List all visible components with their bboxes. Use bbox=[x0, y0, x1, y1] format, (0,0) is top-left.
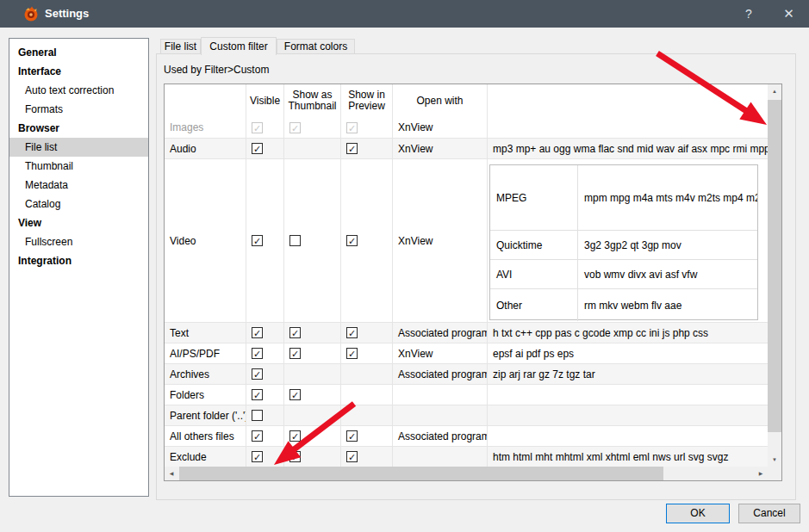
sidebar-item-interface[interactable]: Interface bbox=[9, 62, 148, 81]
cell-thumbnail bbox=[284, 364, 341, 384]
table-row-text: Text✓✓✓Associated programh txt c++ cpp p… bbox=[165, 322, 768, 343]
visible-checkbox-exclude[interactable]: ✓ bbox=[252, 451, 263, 462]
cell-thumbnail: ✓ bbox=[284, 343, 341, 363]
visible-checkbox-audio[interactable]: ✓ bbox=[252, 143, 263, 154]
preview-checkbox-text[interactable]: ✓ bbox=[346, 327, 358, 338]
visible-checkbox-video[interactable]: ✓ bbox=[252, 235, 263, 246]
scroll-up-icon[interactable]: ▲ bbox=[768, 84, 781, 98]
cell-extensions bbox=[488, 426, 768, 446]
sidebar-item-browser[interactable]: Browser bbox=[9, 119, 148, 138]
horizontal-scrollbar-thumb[interactable] bbox=[179, 467, 663, 480]
sidebar-item-formats[interactable]: Formats bbox=[9, 100, 148, 119]
sidebar-item-file-list[interactable]: File list bbox=[9, 138, 148, 157]
cell-thumbnail: ✓ bbox=[284, 117, 341, 138]
cell-extensions: zip arj rar gz 7z tgz tar bbox=[488, 364, 768, 384]
visible-checkbox-archives[interactable]: ✓ bbox=[252, 368, 263, 380]
video-subrow-other: Otherrm mkv webm flv aae bbox=[490, 289, 757, 321]
cell-extensions bbox=[488, 405, 768, 425]
visible-checkbox-folders[interactable]: ✓ bbox=[252, 389, 263, 400]
sidebar-item-general[interactable]: General bbox=[9, 43, 148, 62]
category-name: Images bbox=[165, 117, 246, 138]
window-title: Settings bbox=[45, 0, 89, 28]
subcategory-extensions: 3g2 3gp2 qt 3gp mov bbox=[578, 231, 757, 259]
table-body: Images✓✓✓XnViewAudio✓✓XnViewmp3 mp+ au o… bbox=[165, 117, 768, 467]
help-button[interactable]: ? bbox=[731, 0, 767, 28]
subcategory-name: Other bbox=[490, 289, 578, 321]
table-content: Visible Show as Thumbnail Show in Previe… bbox=[165, 84, 768, 467]
thumbnail-checkbox-video[interactable] bbox=[289, 235, 301, 246]
visible-checkbox-parent-folder[interactable] bbox=[252, 410, 263, 421]
subcategory-extensions: vob wmv divx avi asf vfw bbox=[578, 260, 757, 288]
visible-checkbox-images[interactable]: ✓ bbox=[252, 122, 263, 133]
table-row-ai-ps-pdf: AI/PS/PDF✓✓✓XnViewepsf ai pdf ps eps bbox=[165, 343, 768, 363]
sidebar-item-thumbnail[interactable]: Thumbnail bbox=[9, 157, 148, 176]
cell-open-with: XnView bbox=[393, 139, 488, 158]
category-name: Video bbox=[165, 159, 246, 322]
titlebar: Settings ? ✕ bbox=[0, 0, 809, 28]
scroll-left-icon[interactable]: ◀ bbox=[165, 467, 178, 480]
visible-checkbox-all-others-files[interactable]: ✓ bbox=[252, 430, 263, 442]
pane-caption: Used by Filter>Custom bbox=[164, 64, 269, 76]
header-name bbox=[165, 84, 246, 117]
cancel-button[interactable]: Cancel bbox=[738, 504, 800, 523]
sidebar-item-auto-text-correction[interactable]: Auto text correction bbox=[9, 81, 148, 100]
cell-thumbnail: ✓ bbox=[284, 385, 341, 405]
video-subtable: MPEGmpm mpg m4a mts m4v m2ts mp4 m2v mQu… bbox=[489, 164, 758, 320]
category-name: AI/PS/PDF bbox=[165, 343, 246, 363]
app-icon bbox=[22, 5, 40, 22]
cell-thumbnail bbox=[284, 159, 341, 322]
cell-visible: ✓ bbox=[246, 159, 284, 322]
scroll-down-icon[interactable]: ▼ bbox=[768, 453, 781, 467]
thumbnail-checkbox-images[interactable]: ✓ bbox=[289, 122, 301, 133]
cell-visible: ✓ bbox=[246, 323, 284, 343]
cell-preview: ✓ bbox=[341, 426, 393, 446]
subcategory-name: AVI bbox=[490, 260, 578, 288]
thumbnail-checkbox-all-others-files[interactable]: ✓ bbox=[289, 430, 301, 442]
header-visible: Visible bbox=[246, 84, 284, 117]
horizontal-scrollbar[interactable]: ◀ ▶ bbox=[165, 467, 768, 480]
header-extensions bbox=[488, 84, 768, 117]
sidebar-item-metadata[interactable]: Metadata bbox=[9, 176, 148, 195]
close-icon[interactable]: ✕ bbox=[769, 0, 809, 28]
category-name: All others files bbox=[165, 426, 246, 446]
thumbnail-checkbox-folders[interactable]: ✓ bbox=[289, 389, 301, 400]
vertical-scrollbar-thumb[interactable] bbox=[768, 100, 781, 432]
visible-checkbox-ai-ps-pdf[interactable]: ✓ bbox=[252, 348, 263, 359]
cell-thumbnail: ✓ bbox=[284, 426, 341, 446]
tab-custom-filter[interactable]: Custom filter bbox=[201, 37, 277, 55]
preview-checkbox-images[interactable]: ✓ bbox=[346, 122, 358, 133]
sidebar-item-view[interactable]: View bbox=[9, 213, 148, 232]
cell-open-with bbox=[393, 385, 488, 405]
cell-open-with: Associated program bbox=[393, 364, 488, 384]
sidebar-item-fullscreen[interactable]: Fullscreen bbox=[9, 232, 148, 251]
sidebar-item-catalog[interactable]: Catalog bbox=[9, 195, 148, 213]
cell-extensions: epsf ai pdf ps eps bbox=[488, 343, 768, 363]
scrollbar-corner bbox=[768, 467, 781, 480]
scroll-right-icon[interactable]: ▶ bbox=[754, 467, 768, 480]
preview-checkbox-exclude[interactable]: ✓ bbox=[346, 451, 358, 462]
cell-visible: ✓ bbox=[246, 426, 284, 446]
thumbnail-checkbox-text[interactable]: ✓ bbox=[289, 327, 301, 338]
cell-open-with: Associated program bbox=[393, 323, 488, 343]
cell-extensions: mp3 mp+ au ogg wma flac snd mid wav aif … bbox=[488, 139, 768, 158]
cell-preview: ✓ bbox=[341, 117, 393, 138]
visible-checkbox-text[interactable]: ✓ bbox=[252, 327, 263, 338]
cell-preview bbox=[341, 385, 393, 405]
preview-checkbox-all-others-files[interactable]: ✓ bbox=[346, 430, 358, 442]
custom-filter-table: Visible Show as Thumbnail Show in Previe… bbox=[164, 84, 782, 481]
cell-visible: ✓ bbox=[246, 364, 284, 384]
category-name: Parent folder ('..') bbox=[165, 405, 246, 425]
thumbnail-checkbox-exclude[interactable]: ✓ bbox=[289, 451, 301, 462]
sidebar-item-integration[interactable]: Integration bbox=[9, 251, 148, 270]
subcategory-name: MPEG bbox=[490, 165, 578, 230]
vertical-scrollbar[interactable]: ▲ ▼ bbox=[768, 84, 781, 467]
thumbnail-checkbox-ai-ps-pdf[interactable]: ✓ bbox=[289, 348, 301, 359]
ok-button[interactable]: OK bbox=[666, 504, 730, 523]
category-name: Text bbox=[165, 323, 246, 343]
preview-checkbox-video[interactable]: ✓ bbox=[346, 235, 358, 246]
cell-visible: ✓ bbox=[246, 447, 284, 467]
preview-checkbox-ai-ps-pdf[interactable]: ✓ bbox=[346, 348, 358, 359]
cell-preview: ✓ bbox=[341, 447, 393, 467]
preview-checkbox-audio[interactable]: ✓ bbox=[346, 143, 358, 154]
cell-thumbnail bbox=[284, 139, 341, 158]
